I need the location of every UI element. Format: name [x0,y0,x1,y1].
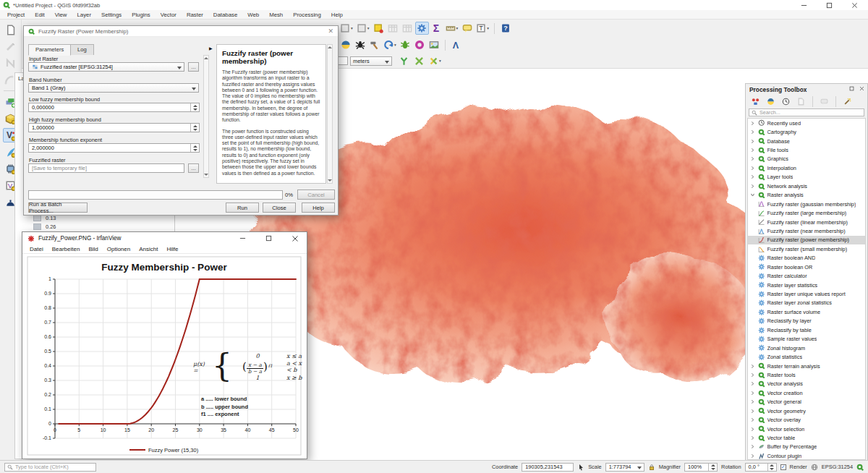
messages-icon[interactable] [856,464,864,471]
close-dialog-button[interactable]: Close [263,203,296,213]
tree-item-raster-tools[interactable]: Raster tools [748,370,865,379]
tree-item-sample-raster-values[interactable]: Sample raster values [748,335,865,344]
chevron-right-icon[interactable] [750,148,756,153]
crs-globe-icon[interactable] [811,464,818,471]
lock-scale-icon[interactable] [648,464,655,471]
plugin-bug-icon[interactable] [399,38,412,51]
tree-item-zonal-statistics[interactable]: Zonal statistics [748,352,865,361]
chevron-right-icon[interactable] [750,139,756,144]
tree-item-vector-analysis[interactable]: Vector analysis [748,380,865,388]
locate-input[interactable]: Type to locate (Ctrl+K) [4,463,96,472]
open-table-icon[interactable] [401,22,414,35]
maximize-button[interactable] [265,235,272,242]
edit-pen-icon[interactable] [3,39,19,54]
tab-parameters[interactable]: Parameters [28,44,71,56]
tree-item-reclassify-by-layer[interactable]: Reclassify by layer [748,317,865,325]
donut-plugin-icon[interactable] [413,38,427,51]
menu-settings[interactable]: Settings [96,12,127,18]
tree-item-fuzzify-raster-gaussian-membership-[interactable]: Fuzzify raster (gaussian membership) [748,200,865,208]
tree-item-vector-general[interactable]: Vector general [748,398,865,406]
minimize-button[interactable] [801,2,807,9]
input-raster-select[interactable]: Fuzzified raster [EPSG:31254] [28,62,184,72]
low-bound-input[interactable]: 0,000000 [28,103,200,112]
toolbox-search-input[interactable]: Search... [749,108,864,116]
lambda-icon[interactable]: Λ [449,38,463,51]
menu-view[interactable]: View [50,12,72,18]
tree-item-reclassify-by-table[interactable]: Reclassify by table [748,325,865,334]
style-dropdown-icon[interactable]: ▾ [339,22,354,35]
history-icon[interactable] [779,95,793,108]
help-contents-icon[interactable]: ? [498,22,512,35]
float-panel-icon[interactable] [849,86,854,91]
tree-item-fuzzify-raster-large-membership-[interactable]: Fuzzify raster (large membership) [748,208,865,217]
tree-item-raster-boolean-or[interactable]: Raster boolean OR [748,263,865,271]
tree-item-graphics[interactable]: Graphics [748,155,865,163]
menu-raster[interactable]: Raster [182,12,208,18]
dialog-close-icon[interactable]: ✕ [328,28,333,35]
tree-item-zonal-histogram[interactable]: Zonal histogram [748,344,865,352]
output-raster-input[interactable]: [Save to temporary file] [28,163,184,173]
high-bound-input[interactable]: 1,000000 [28,123,200,132]
processing-toolbox-icon[interactable] [415,22,429,35]
tree-item-database[interactable]: Database [748,137,865,145]
input-raster-browse-button[interactable]: … [188,62,199,72]
magnifier-input[interactable]: 100% [684,463,718,472]
band-number-select[interactable]: Band 1 (Gray) [28,83,199,93]
tree-item-vector-overlay[interactable]: Vector overlay [748,415,865,424]
menu-project[interactable]: Project [2,12,30,18]
plugin-builder-icon[interactable] [367,38,381,51]
chevron-right-icon[interactable] [750,417,756,422]
close-button[interactable] [292,235,299,242]
tree-item-vector-selection[interactable]: Vector selection [748,425,865,433]
comment-icon[interactable] [817,95,831,108]
menu-edit[interactable]: Edit [30,12,49,18]
run-as-batch-button[interactable]: Run as Batch Process... [28,203,88,213]
spinner-arrows[interactable] [767,464,776,471]
chevron-right-icon[interactable] [750,435,756,440]
chevron-right-icon[interactable] [750,399,756,404]
render-checkbox[interactable]: ✓ [780,464,786,470]
menu-mesh[interactable]: Mesh [264,12,288,18]
chevron-right-icon[interactable] [750,129,756,135]
tree-item-raster-surface-volume[interactable]: Raster surface volume [748,307,865,316]
chevron-right-icon[interactable] [750,121,756,126]
layer-dropdown-icon[interactable]: ▾ [355,22,371,35]
tree-item-fuzzify-raster-near-membership-[interactable]: Fuzzify raster (near membership) [748,226,865,235]
rotation-input[interactable]: 0,0 ° [745,463,777,472]
undo-icon[interactable]: ▾ [382,38,398,51]
chevron-right-icon[interactable] [750,364,756,369]
chevron-right-icon[interactable] [750,453,756,459]
menu-vector[interactable]: Vector [156,12,182,18]
coordinate-input[interactable]: 190305,231543 [522,463,574,472]
menu-database[interactable]: Database [208,12,242,18]
tree-item-recently-used[interactable]: Recently used [748,119,865,127]
georeferencer-icon[interactable] [427,38,441,51]
tree-item-fuzzify-raster-small-membership-[interactable]: Fuzzify raster (small membership) [748,244,865,253]
irfanview-menu-bild[interactable]: Bild [84,246,102,252]
chevron-right-icon[interactable] [750,372,756,378]
new-project-icon[interactable] [3,22,19,37]
chevron-right-icon[interactable] [750,444,756,449]
irfanview-menu-hilfe[interactable]: Hilfe [162,246,182,252]
plugin-spider-icon[interactable] [353,38,367,51]
tree-item-raster-layer-zonal-statistics[interactable]: Raster layer zonal statistics [748,299,865,307]
output-browse-button[interactable]: … [188,163,199,173]
python-scripts-icon[interactable] [764,95,778,108]
python-console-icon[interactable] [339,38,352,51]
statistics-icon[interactable]: Σ [430,22,443,35]
tree-item-buffer-by-percentage[interactable]: Buffer by Percentage [748,443,865,451]
tree-item-vector-creation[interactable]: Vector creation [748,388,865,397]
irfanview-menu-ansicht[interactable]: Ansicht [135,246,162,252]
help-collapse-icon[interactable]: ▶ [209,46,213,51]
menu-layer[interactable]: Layer [72,12,96,18]
tree-item-cartography[interactable]: Cartography [748,127,865,136]
tree-item-vector-table[interactable]: Vector table [748,433,865,442]
units-select[interactable]: meters [350,56,392,66]
maximize-button[interactable] [826,2,833,9]
scale-select[interactable]: 1:773794 [605,463,644,472]
menu-processing[interactable]: Processing [288,12,326,18]
measure-icon[interactable]: ▾ [444,22,460,35]
models-icon[interactable] [749,95,762,108]
tracking-cursor-icon[interactable] [577,464,584,471]
close-button[interactable] [851,2,858,9]
